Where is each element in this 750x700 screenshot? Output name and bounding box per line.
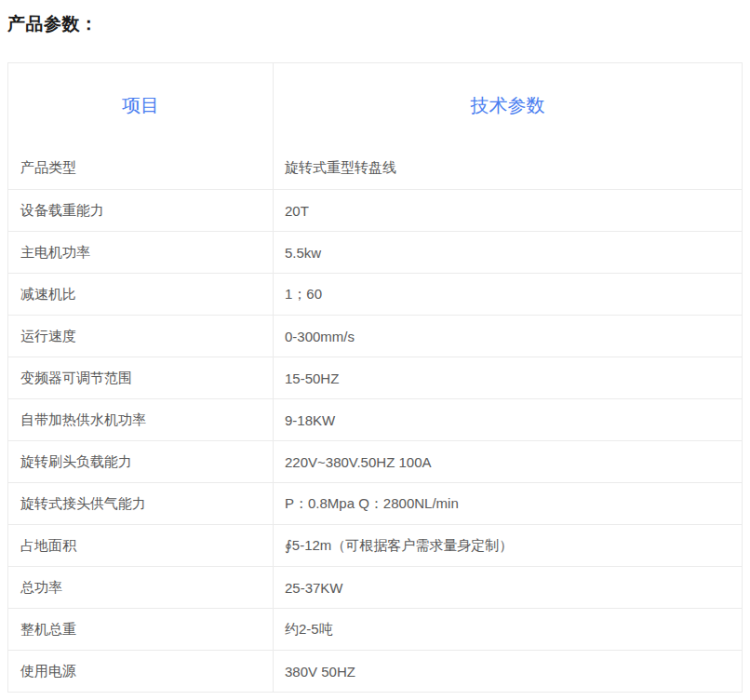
- row-value-cell: 20T: [274, 190, 742, 231]
- row-label-cell: 自带加热供水机功率: [8, 399, 274, 440]
- row-value-cell: 1；60: [274, 274, 742, 315]
- row-value-cell: 9-18KW: [274, 399, 742, 440]
- row-value-cell: 220V~380V.50HZ 100A: [274, 441, 742, 482]
- table-header-row: 项目 技术参数: [8, 63, 742, 147]
- table-body: 产品类型 旋转式重型转盘线 设备载重能力 20T 主电机功率 5.5kw 减速机…: [8, 147, 742, 692]
- row-value-cell: 约2-5吨: [274, 609, 742, 650]
- row-label-cell: 占地面积: [8, 525, 274, 566]
- table-row: 变频器可调节范围 15-50HZ: [8, 357, 742, 398]
- table-row: 使用电源 380V 50HZ: [8, 650, 742, 692]
- row-value-cell: P：0.8Mpa Q：2800NL/min: [274, 483, 742, 524]
- row-value-cell: 25-37KW: [274, 567, 742, 608]
- row-value-cell: 380V 50HZ: [274, 651, 742, 692]
- row-value-cell: 15-50HZ: [274, 357, 742, 398]
- table-row: 整机总重 约2-5吨: [8, 608, 742, 650]
- row-label-cell: 变频器可调节范围: [8, 357, 274, 398]
- row-label-cell: 使用电源: [8, 651, 274, 692]
- column-header-item: 项目: [8, 63, 274, 147]
- row-value-cell: 旋转式重型转盘线: [274, 147, 742, 189]
- row-label-cell: 产品类型: [8, 147, 274, 189]
- row-label-cell: 主电机功率: [8, 232, 274, 273]
- table-row: 减速机比 1；60: [8, 273, 742, 315]
- row-label-cell: 减速机比: [8, 274, 274, 315]
- table-row: 设备载重能力 20T: [8, 189, 742, 231]
- column-header-tech-params: 技术参数: [274, 63, 742, 147]
- table-row: 占地面积 ∮5-12m（可根据客户需求量身定制）: [8, 524, 742, 566]
- row-label-cell: 运行速度: [8, 316, 274, 357]
- row-label-cell: 设备载重能力: [8, 190, 274, 231]
- table-row: 主电机功率 5.5kw: [8, 231, 742, 273]
- table-row: 自带加热供水机功率 9-18KW: [8, 398, 742, 440]
- row-label-cell: 旋转刷头负载能力: [8, 441, 274, 482]
- page-title: 产品参数：: [7, 12, 99, 36]
- table-row: 总功率 25-37KW: [8, 566, 742, 608]
- row-label-cell: 旋转式接头供气能力: [8, 483, 274, 524]
- row-label-cell: 整机总重: [8, 609, 274, 650]
- row-label-cell: 总功率: [8, 567, 274, 608]
- table-row: 旋转式接头供气能力 P：0.8Mpa Q：2800NL/min: [8, 482, 742, 524]
- table-row: 产品类型 旋转式重型转盘线: [8, 147, 742, 189]
- row-value-cell: 0-300mm/s: [274, 316, 742, 357]
- table-row: 旋转刷头负载能力 220V~380V.50HZ 100A: [8, 440, 742, 482]
- row-value-cell: ∮5-12m（可根据客户需求量身定制）: [274, 525, 742, 566]
- table-row: 运行速度 0-300mm/s: [8, 315, 742, 357]
- product-params-table: 项目 技术参数 产品类型 旋转式重型转盘线 设备载重能力 20T 主电机功率 5…: [7, 62, 743, 693]
- row-value-cell: 5.5kw: [274, 232, 742, 273]
